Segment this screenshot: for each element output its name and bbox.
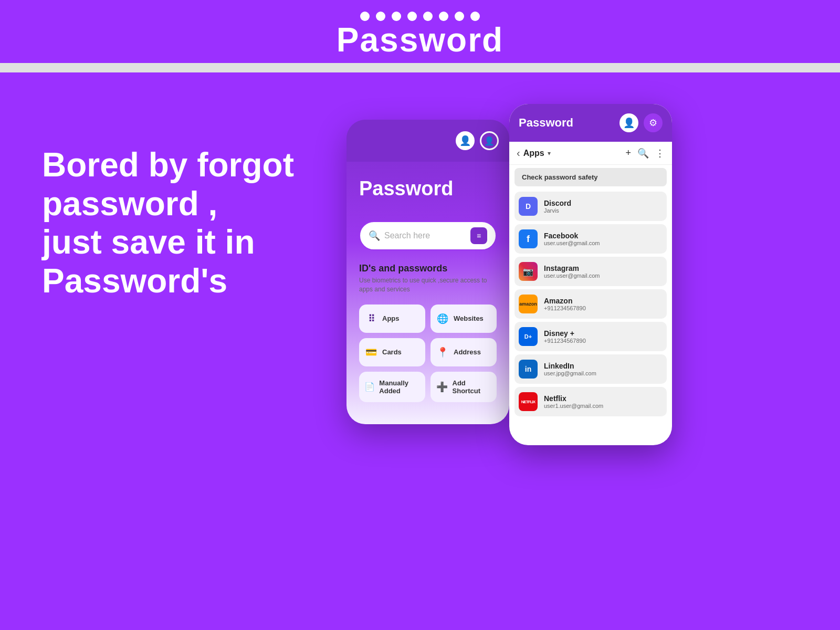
app-cred-disney: +911234567890 bbox=[544, 338, 663, 344]
nav-apps-label: Apps bbox=[523, 149, 544, 158]
hero-text: Bored by forgot password , just save it … bbox=[42, 104, 315, 300]
main-content: Bored by forgot password , just save it … bbox=[0, 72, 840, 503]
search-placeholder: Search here bbox=[384, 231, 430, 240]
app-cred-linkedin: user.jpg@gmail.com bbox=[544, 370, 663, 376]
more-button[interactable]: ⋮ bbox=[655, 148, 665, 159]
phone-front: Password 👤 ⚙ ‹ Apps ▾ + 🔍 ⋮ Check passwo… bbox=[509, 104, 672, 445]
app-info-instagram: Instagram user.user@gmail.com bbox=[544, 264, 663, 279]
check-password-banner[interactable]: Check password safety bbox=[514, 168, 667, 186]
app-name-instagram: Instagram bbox=[544, 264, 663, 272]
add-button[interactable]: + bbox=[625, 148, 631, 159]
grid-item-apps[interactable]: ⠿ Apps bbox=[359, 304, 425, 333]
instagram-logo: 📷 bbox=[519, 262, 538, 281]
search-bar[interactable]: 🔍 Search here ≡ bbox=[359, 221, 497, 250]
list-item[interactable]: NETFLIX Netflix user1.user@gmail.com bbox=[514, 387, 667, 416]
websites-icon: 🌐 bbox=[436, 312, 449, 326]
apps-icon: ⠿ bbox=[364, 312, 378, 326]
hero-line4: Password's bbox=[42, 262, 227, 300]
nav-chevron-icon: ▾ bbox=[548, 150, 551, 157]
grid-item-cards[interactable]: 💳 Cards bbox=[359, 338, 425, 366]
ids-title: ID's and passwords bbox=[359, 263, 497, 274]
app-cred-facebook: user.user@gmail.com bbox=[544, 240, 663, 246]
app-cred-discord: Jarvis bbox=[544, 207, 663, 214]
cards-label: Cards bbox=[382, 348, 402, 356]
list-item[interactable]: D+ Disney + +911234567890 bbox=[514, 322, 667, 351]
netflix-logo: NETFLIX bbox=[519, 392, 538, 411]
websites-label: Websites bbox=[454, 314, 484, 322]
back-button[interactable]: ‹ bbox=[517, 147, 520, 159]
list-item[interactable]: 📷 Instagram user.user@gmail.com bbox=[514, 257, 667, 286]
app-name-disney: Disney + bbox=[544, 329, 663, 338]
app-name-amazon: Amazon bbox=[544, 297, 663, 305]
search-icon: 🔍 bbox=[369, 230, 380, 242]
add-shortcut-icon: ➕ bbox=[436, 380, 448, 394]
filter-icon[interactable]: ≡ bbox=[470, 227, 487, 244]
phone-front-header: Password 👤 ⚙ bbox=[509, 104, 672, 142]
search-button[interactable]: 🔍 bbox=[637, 148, 649, 159]
settings-icon[interactable]: ⚙ bbox=[644, 113, 663, 132]
hero-line2: password , bbox=[42, 185, 217, 223]
phone-front-title: Password bbox=[519, 116, 614, 130]
app-cred-instagram: user.user@gmail.com bbox=[544, 272, 663, 279]
app-name-facebook: Facebook bbox=[544, 232, 663, 240]
app-info-disney: Disney + +911234567890 bbox=[544, 329, 663, 344]
top-bar: Password bbox=[0, 0, 840, 63]
app-info-linkedin: LinkedIn user.jpg@gmail.com bbox=[544, 362, 663, 376]
list-item[interactable]: amazon Amazon +911234567890 bbox=[514, 289, 667, 319]
phone-back: 👤 👤 Password 🔍 Search here ≡ ID's and pa… bbox=[346, 120, 509, 424]
cards-icon: 💳 bbox=[364, 345, 378, 359]
manual-icon: 📄 bbox=[364, 380, 375, 394]
add-shortcut-label: Add Shortcut bbox=[453, 379, 491, 395]
app-cred-amazon: +911234567890 bbox=[544, 305, 663, 311]
app-info-facebook: Facebook user.user@gmail.com bbox=[544, 232, 663, 246]
app-info-discord: Discord Jarvis bbox=[544, 199, 663, 214]
phone-back-header: 👤 👤 bbox=[346, 120, 509, 162]
address-label: Address bbox=[454, 348, 481, 356]
grid-item-address[interactable]: 📍 Address bbox=[430, 338, 497, 366]
avatar-outline-icon: 👤 bbox=[480, 131, 499, 150]
list-item[interactable]: in LinkedIn user.jpg@gmail.com bbox=[514, 354, 667, 384]
grid-item-websites[interactable]: 🌐 Websites bbox=[430, 304, 497, 333]
app-name-netflix: Netflix bbox=[544, 394, 663, 403]
amazon-logo: amazon bbox=[519, 295, 538, 313]
app-title: Password bbox=[337, 23, 503, 57]
phone-front-nav: ‹ Apps ▾ + 🔍 ⋮ bbox=[509, 142, 672, 165]
apps-label: Apps bbox=[382, 314, 400, 322]
phone-back-body: 🔍 Search here ≡ ID's and passwords Use b… bbox=[346, 205, 509, 418]
app-list: D Discord Jarvis f Facebook user.user@gm… bbox=[509, 190, 672, 421]
phones-container: 👤 👤 Password 🔍 Search here ≡ ID's and pa… bbox=[346, 104, 672, 471]
dots-decoration bbox=[360, 12, 480, 21]
app-name-linkedin: LinkedIn bbox=[544, 362, 663, 370]
app-info-amazon: Amazon +911234567890 bbox=[544, 297, 663, 311]
app-cred-netflix: user1.user@gmail.com bbox=[544, 403, 663, 409]
app-info-netflix: Netflix user1.user@gmail.com bbox=[544, 394, 663, 409]
manually-added-label: Manually Added bbox=[379, 379, 420, 395]
avatar-icon: 👤 bbox=[456, 131, 475, 150]
category-grid: ⠿ Apps 🌐 Websites 💳 Cards 📍 Address bbox=[359, 304, 497, 402]
facebook-logo: f bbox=[519, 229, 538, 248]
hero-line3: just save it in bbox=[42, 223, 255, 261]
divider bbox=[0, 63, 840, 72]
grid-item-add-shortcut[interactable]: ➕ Add Shortcut bbox=[430, 372, 497, 402]
ids-subtitle: Use biometrics to use quick ,secure acce… bbox=[359, 276, 497, 294]
address-icon: 📍 bbox=[436, 345, 449, 359]
list-item[interactable]: D Discord Jarvis bbox=[514, 192, 667, 221]
hero-line1: Bored by forgot bbox=[42, 146, 294, 184]
discord-logo: D bbox=[519, 197, 538, 216]
front-avatar-icon[interactable]: 👤 bbox=[620, 113, 638, 132]
list-item[interactable]: f Facebook user.user@gmail.com bbox=[514, 224, 667, 254]
grid-item-manual[interactable]: 📄 Manually Added bbox=[359, 372, 425, 402]
disney-logo: D+ bbox=[519, 327, 538, 346]
phone-back-title: Password bbox=[346, 162, 509, 205]
linkedin-logo: in bbox=[519, 360, 538, 379]
nav-actions: + 🔍 ⋮ bbox=[625, 148, 665, 159]
app-name-discord: Discord bbox=[544, 199, 663, 207]
